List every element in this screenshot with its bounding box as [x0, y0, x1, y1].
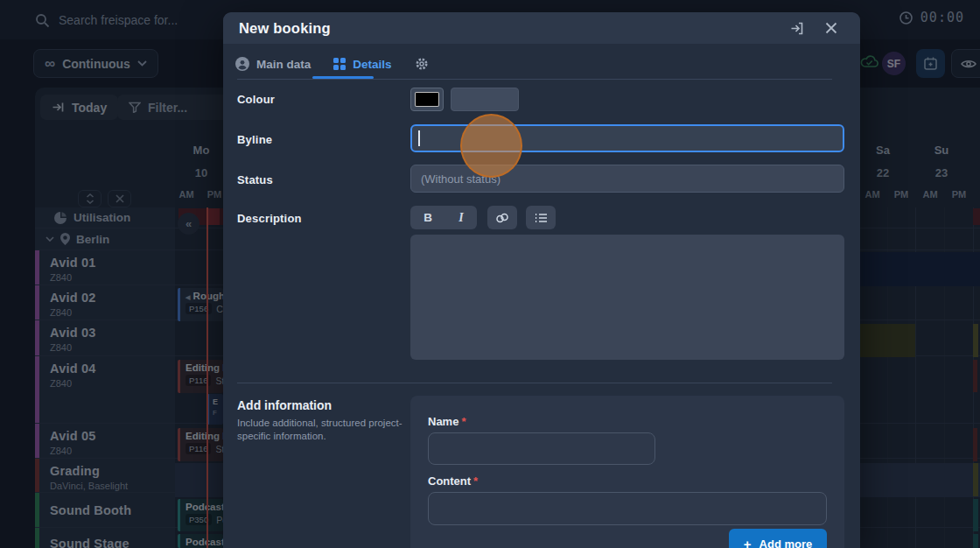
- link-button[interactable]: [487, 206, 517, 229]
- text-caret: [418, 130, 420, 146]
- add-information-subtext: Include additional, structured project-s…: [237, 417, 403, 443]
- content-label-text: Content: [428, 474, 471, 488]
- tab-settings[interactable]: [415, 57, 429, 71]
- plus-icon: +: [744, 537, 752, 548]
- bullet-list-button[interactable]: [526, 206, 556, 229]
- colour-clear-button[interactable]: [451, 88, 519, 111]
- required-marker: *: [461, 415, 466, 428]
- person-icon: [235, 57, 249, 71]
- modal-header: New booking: [223, 12, 860, 44]
- close-icon[interactable]: [825, 22, 837, 34]
- add-more-label: Add more: [760, 537, 813, 548]
- bold-button[interactable]: B: [424, 211, 432, 224]
- gear-icon: [415, 57, 429, 71]
- bullet-list-icon: [535, 213, 548, 223]
- divider: [237, 383, 832, 383]
- tab-details[interactable]: Details: [333, 58, 391, 71]
- add-information-panel: Name* Content* + Add more: [410, 396, 844, 548]
- description-textarea[interactable]: [410, 235, 844, 360]
- click-indicator: [460, 114, 522, 178]
- format-group: B I: [410, 206, 477, 229]
- name-label: Name*: [428, 415, 466, 428]
- tab-main-data[interactable]: Main data: [235, 57, 311, 71]
- colour-label: Colour: [237, 93, 275, 106]
- colour-swatch-button[interactable]: [410, 88, 444, 111]
- modal-tabs: Main data Details: [235, 51, 429, 77]
- status-label: Status: [237, 173, 273, 186]
- content-label: Content*: [428, 474, 478, 488]
- open-in-panel-icon[interactable]: [789, 21, 804, 36]
- link-icon: [495, 213, 509, 223]
- name-input[interactable]: [428, 432, 655, 465]
- name-label-text: Name: [428, 415, 458, 428]
- description-label: Description: [237, 212, 302, 225]
- required-marker: *: [473, 474, 478, 488]
- divider: [237, 79, 832, 80]
- new-booking-modal: New booking: [223, 12, 860, 548]
- italic-button[interactable]: I: [458, 211, 463, 225]
- content-input[interactable]: [428, 492, 827, 525]
- tab-label: Details: [353, 58, 391, 71]
- modal-title: New booking: [239, 20, 789, 37]
- app-root: 00:00 ∞ Continuous SF: [0, 0, 980, 548]
- byline-label: Byline: [237, 133, 272, 146]
- add-more-button[interactable]: + Add more: [729, 529, 827, 548]
- tab-label: Main data: [256, 58, 311, 71]
- grid-icon: [333, 58, 346, 70]
- add-information-heading: Add information: [237, 398, 332, 412]
- colour-swatch: [415, 92, 439, 107]
